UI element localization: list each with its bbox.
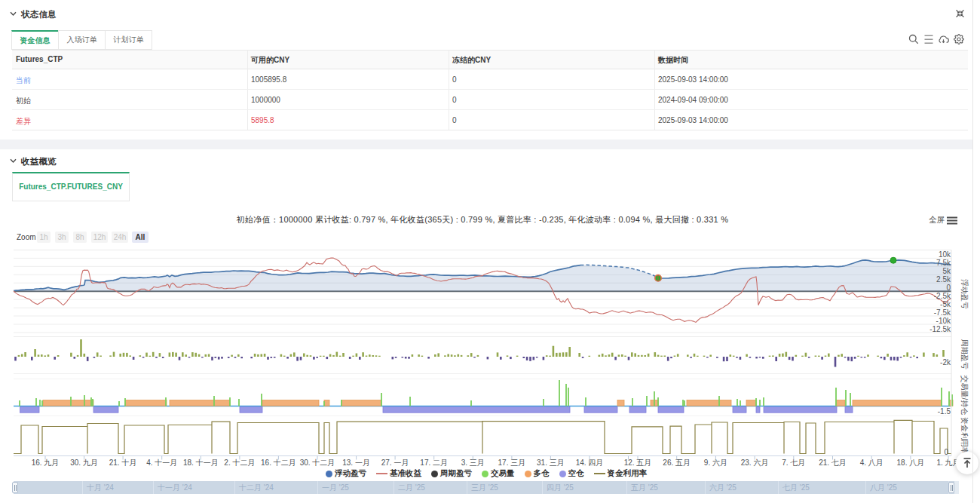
svg-text:-2k: -2k: [940, 358, 951, 367]
svg-text:5k: 5k: [942, 267, 951, 275]
svg-text:-10k: -10k: [936, 317, 951, 325]
svg-text:0: 0: [944, 448, 948, 456]
svg-text:-2.5k: -2.5k: [934, 292, 951, 300]
svg-text:浮动盈亏: 浮动盈亏: [960, 279, 969, 309]
svg-text:-1.5: -1.5: [938, 407, 951, 416]
svg-text:-7.5k: -7.5k: [934, 308, 951, 317]
svg-text:10k: 10k: [939, 250, 951, 259]
svg-text:交易量/持仓: 交易量/持仓: [960, 376, 969, 416]
svg-text:-5k: -5k: [940, 300, 951, 308]
svg-text:-12.5k: -12.5k: [929, 325, 951, 333]
svg-text:0: 0: [946, 284, 951, 292]
svg-text:7.5k: 7.5k: [936, 259, 951, 267]
svg-text:2.5k: 2.5k: [936, 275, 951, 284]
svg-text:资金利用率: 资金利用率: [960, 417, 969, 455]
svg-text:周期盈亏: 周期盈亏: [960, 339, 969, 370]
